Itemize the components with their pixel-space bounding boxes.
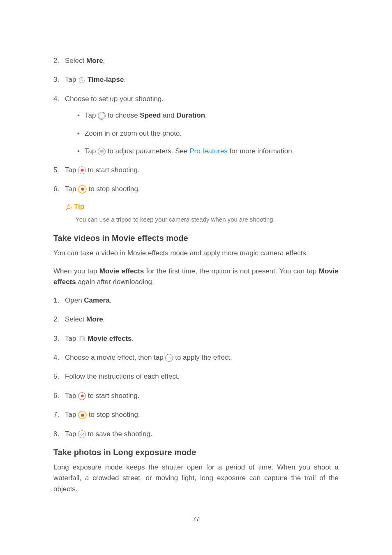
movie-effects-para-2: When you tap Movie effects for the first…: [53, 266, 339, 288]
option-parameters: Tap to adjust parameters. See Pro featur…: [77, 146, 339, 157]
record-icon: [78, 166, 86, 174]
svg-point-1: [67, 206, 70, 209]
step-text: Select: [65, 57, 86, 65]
parameters-icon: [98, 148, 106, 155]
long-exposure-para: Long exposure mode keeps the shutter ope…: [53, 462, 339, 495]
tip-text: You can use a tripod to keep your camera…: [76, 215, 339, 224]
time-lapse-steps: 2. Select More. 3. Tap Time-lapse. 4. Ch…: [53, 56, 339, 194]
heading-movie-effects: Take videos in Movie effects mode: [53, 234, 339, 243]
tip-block: Tip: [65, 203, 339, 211]
lightbulb-icon: [65, 204, 72, 211]
heading-long-exposure: Take photos in Long exposure mode: [53, 448, 339, 457]
option-speed-duration: Tap to choose Speed and Duration.: [77, 110, 339, 121]
step-choose-effect: 4. Choose a movie effect, then tap to ap…: [53, 352, 339, 363]
page-number: 77: [53, 515, 339, 522]
setup-options: Tap to choose Speed and Duration. Zoom i…: [77, 110, 339, 157]
timelapse-icon: [78, 76, 85, 84]
apply-arrow-icon: [165, 354, 173, 362]
step-start-shooting: 6. Tap to start shooting.: [53, 391, 339, 401]
step-tap-movie-effects: 3. Tap Movie effects.: [53, 333, 339, 344]
step-stop-shooting: 7. Tap to stop shooting.: [53, 409, 339, 420]
pro-features-link[interactable]: Pro features: [189, 147, 228, 155]
save-check-icon: [78, 430, 86, 438]
record-icon: [78, 392, 86, 400]
step-number: 3.: [53, 74, 59, 85]
step-tap-timelapse: 3. Tap Time-lapse.: [53, 74, 339, 85]
stop-icon: [78, 411, 87, 419]
step-number: 6.: [53, 184, 59, 194]
step-number: 2.: [53, 56, 59, 66]
movie-effects-steps: 1. Open Camera. 2. Select More. 3. Tap M…: [53, 295, 339, 439]
step-follow-instructions: 5. Follow the instructions of each effec…: [53, 371, 339, 382]
movie-effects-icon: [78, 335, 85, 342]
step-setup-shooting: 4. Choose to set up your shooting. Tap t…: [53, 94, 339, 157]
step-stop-shooting: 6. Tap to stop shooting.: [53, 184, 339, 194]
tip-label: Tip: [74, 203, 84, 210]
step-text-end: .: [103, 57, 105, 65]
step-number: 4.: [53, 94, 59, 104]
option-zoom: Zoom in or zoom out the photo.: [77, 128, 339, 139]
step-save-shooting: 8. Tap to save the shooting.: [53, 429, 339, 439]
step-text: Choose to set up your shooting.: [65, 95, 164, 103]
settings-circle-icon: [98, 112, 106, 120]
step-open-camera: 1. Open Camera.: [53, 295, 339, 306]
more-label: More: [86, 57, 103, 65]
timelapse-label: Time-lapse: [88, 76, 124, 83]
step-text: Tap: [65, 76, 78, 83]
step-select-more: 2. Select More.: [53, 56, 339, 66]
stop-icon: [78, 185, 87, 194]
step-start-shooting: 5. Tap to start shooting.: [53, 165, 339, 176]
step-number: 5.: [53, 165, 59, 176]
step-select-more: 2. Select More.: [53, 314, 339, 325]
movie-effects-para-1: You can take a video in Movie effects mo…: [53, 248, 339, 259]
